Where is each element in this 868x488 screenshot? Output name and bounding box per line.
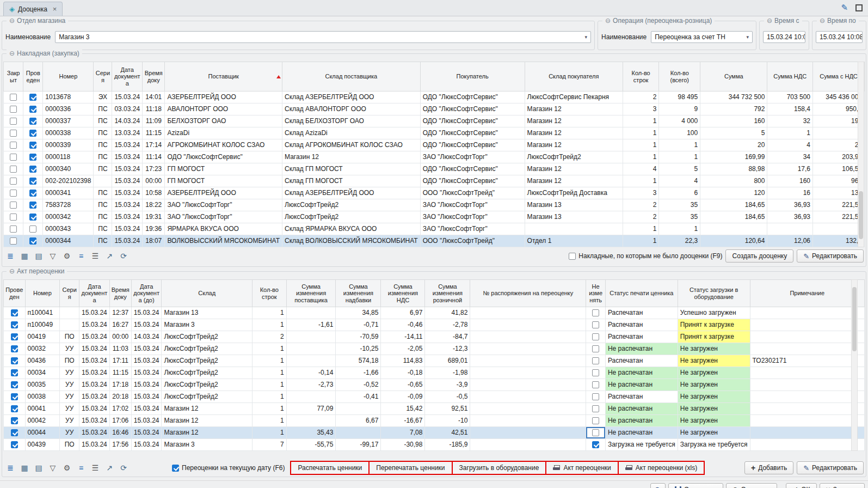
cell-date_to[interactable]: 15.03.24 — [131, 343, 162, 355]
cell-supplier[interactable]: АЗЕРБЕЛТРЕЙД ООО — [165, 187, 282, 199]
cell-load_status[interactable]: Не загружен — [678, 379, 750, 391]
cell-warehouse[interactable]: ЛюксСофтТрейд2 — [162, 367, 252, 379]
cell-note[interactable] — [750, 439, 864, 451]
cell-posted[interactable] — [4, 379, 26, 391]
collapse-group-icon[interactable]: ⊖ — [9, 17, 15, 25]
view-grid-icon[interactable]: ▦ — [19, 462, 30, 473]
cell-sum[interactable]: 169,99 — [700, 151, 767, 163]
column-header-vat[interactable]: Сумма НДС — [767, 62, 813, 91]
cell-supplier_wh[interactable]: Склад БЕЛХОЗТОРГ ОАО — [282, 115, 421, 127]
cell-series[interactable]: УУ — [60, 379, 79, 391]
cell-supplier_wh[interactable]: Склад АГРОКОМБИНАТ КОЛОС СЗАО — [282, 139, 421, 151]
cell-sum[interactable]: 88,98 — [700, 163, 767, 175]
cell-number[interactable]: 00038 — [25, 391, 60, 403]
cell-sum_supplier[interactable]: -55,75 — [286, 439, 336, 451]
cell-supplier[interactable]: AzizaDi — [165, 127, 282, 139]
cell-posted[interactable] — [4, 415, 26, 427]
checkbox-box[interactable] — [569, 253, 576, 260]
cell-number[interactable]: 00042 — [25, 415, 60, 427]
cell-number[interactable]: 0000343 — [43, 223, 94, 235]
reprint-price-tags-button[interactable]: Перепечатать ценники — [368, 462, 451, 474]
cell-date[interactable]: 15.03.24 — [79, 403, 110, 415]
column-header-lines[interactable]: Кол-во строк — [252, 280, 286, 307]
edit-invoice-button[interactable]: ✎ Редактировать — [797, 249, 864, 263]
invoice-row[interactable]: 002-20210239815.03.2400:00ГП МОГОСТСклад… — [4, 175, 865, 187]
cell-time[interactable]: 10:58 — [143, 187, 165, 199]
no_change-checkbox[interactable] — [592, 429, 599, 436]
cell-date_to[interactable]: 15.03.24 — [131, 427, 162, 439]
cell-note[interactable]: ТО2302171 — [750, 355, 864, 367]
cell-series[interactable] — [60, 319, 79, 331]
settings-gear-icon[interactable]: ⚙ — [61, 251, 73, 261]
cell-qty[interactable]: 1 — [659, 139, 700, 151]
cell-lines[interactable]: 1 — [252, 379, 286, 391]
invoice-row[interactable]: 0000338ПС13.03.2411:15AzizaDiСклад Aziza… — [4, 127, 865, 139]
cell-sum_vat[interactable]: -30,98 — [381, 439, 425, 451]
cell-time[interactable]: 17:23 — [143, 163, 165, 175]
closed-checkbox[interactable] — [10, 130, 17, 137]
cell-buyer_wh[interactable]: Магазин 12 — [525, 139, 623, 151]
cell-supplier_wh[interactable]: Склад АВАЛОНТОРГ ООО — [282, 103, 421, 115]
column-header-time[interactable]: Время доку — [109, 280, 131, 307]
cell-lines[interactable]: 2 — [252, 331, 286, 343]
cell-series[interactable]: УУ — [60, 403, 79, 415]
cell-qty[interactable]: 98 495 — [659, 91, 700, 103]
column-header-date_to[interactable]: Дата документа (до) — [131, 280, 162, 307]
cell-time[interactable]: 11:14 — [143, 151, 165, 163]
cell-sum_vat[interactable]: 15,42 — [381, 403, 425, 415]
act-row[interactable]: 00042УУ15.03.2417:0615.03.24Магазин 1216… — [4, 415, 865, 427]
posted-checkbox[interactable] — [29, 213, 36, 221]
cell-supplier[interactable]: АЗЕРБЕЛТРЕЙД ООО — [165, 91, 282, 103]
cell-supplier[interactable]: ГП МОГОСТ — [165, 175, 282, 187]
cell-supplier[interactable]: ЗАО "ЛюксСофтТорг" — [165, 199, 282, 211]
cell-posted[interactable] — [23, 139, 43, 151]
cell-lines[interactable]: 1 — [623, 175, 658, 187]
posted-checkbox[interactable] — [29, 166, 36, 173]
cell-load_status[interactable]: Не загружен — [678, 355, 750, 367]
cancel-button[interactable]: ⊘ Отменить — [726, 483, 778, 488]
cell-qty[interactable]: 100 — [659, 127, 700, 139]
posted-checkbox[interactable] — [29, 202, 36, 209]
column-header-print_status[interactable]: Статус печати ценника — [605, 280, 678, 307]
cell-note[interactable] — [750, 403, 864, 415]
column-header-supplier_wh[interactable]: Склад поставщика — [282, 62, 421, 91]
act-row[interactable]: 00439ПО15.03.2417:5615.03.24Магазин 37-5… — [4, 439, 865, 451]
cell-qty[interactable]: 1 — [659, 223, 700, 235]
closed-checkbox[interactable] — [10, 94, 17, 101]
cell-qty[interactable]: 4 — [659, 175, 700, 187]
column-header-sum[interactable]: Сумма — [700, 62, 767, 91]
cell-time[interactable]: 19:31 — [143, 211, 165, 223]
cell-sum_vat[interactable]: -0,09 — [381, 391, 425, 403]
cell-number[interactable]: 00041 — [25, 403, 60, 415]
cell-posted[interactable] — [4, 439, 26, 451]
closed-checkbox[interactable] — [10, 178, 17, 185]
cell-buyer_wh[interactable]: Магазин 12 — [525, 115, 623, 127]
cell-lines[interactable]: 1 — [623, 127, 658, 139]
cell-sum_vat[interactable]: -0,18 — [381, 367, 425, 379]
cell-date_to[interactable]: 14.03.24 — [131, 331, 162, 343]
cell-warehouse[interactable]: ЛюксСофтТрейд2 — [162, 343, 252, 355]
chevron-down-icon[interactable]: ▾ — [744, 34, 749, 40]
posted-checkbox[interactable] — [11, 309, 18, 316]
cell-warehouse[interactable]: Магазин 12 — [162, 403, 252, 415]
invoice-row[interactable]: 0000118ПС15.03.2411:14ОДО "ЛюксСофтСерви… — [4, 151, 865, 163]
cell-number[interactable]: 0000337 — [43, 115, 94, 127]
cell-closed[interactable] — [4, 103, 23, 115]
cell-note[interactable] — [750, 307, 864, 319]
closed-checkbox[interactable] — [10, 154, 17, 161]
settings-gear-icon[interactable]: ⚙ — [61, 462, 73, 473]
cell-qty[interactable]: 6 — [659, 187, 700, 199]
cell-no_change[interactable] — [586, 331, 606, 343]
cell-posted[interactable] — [4, 367, 26, 379]
cell-posted[interactable] — [4, 391, 26, 403]
cell-sum_supplier[interactable]: -1,61 — [286, 319, 336, 331]
cell-date[interactable]: 03.03.24 — [112, 103, 143, 115]
cell-date_to[interactable]: 15.03.24 — [131, 319, 162, 331]
print-price-tags-button[interactable]: Распечатать ценники — [291, 462, 368, 474]
cell-sum_supplier[interactable] — [286, 331, 336, 343]
cell-time[interactable]: 17:18 — [109, 379, 131, 391]
cell-posted[interactable] — [4, 427, 26, 439]
cell-time[interactable]: 17:02 — [109, 403, 131, 415]
cell-posted[interactable] — [4, 343, 26, 355]
cell-order_no[interactable] — [470, 439, 586, 451]
